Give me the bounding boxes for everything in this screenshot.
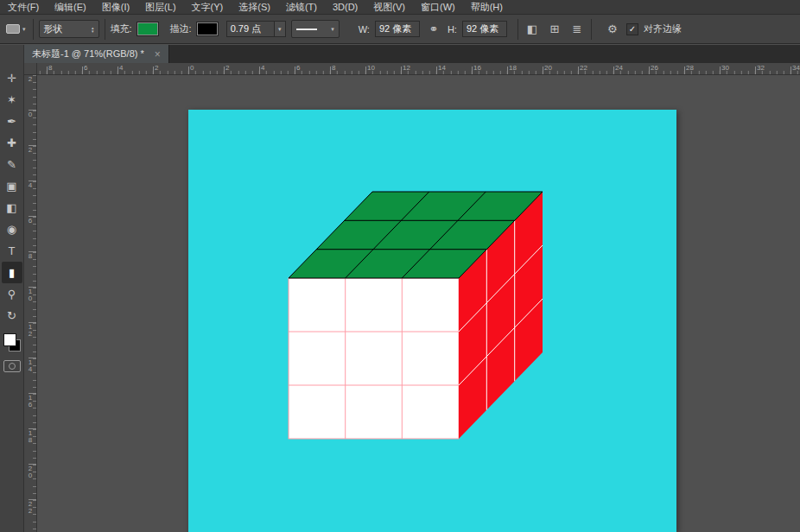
menu-item-9[interactable]: 视图(V): [365, 1, 413, 14]
stroke-label: 描边:: [170, 22, 192, 35]
tool-mode-value: 形状: [44, 22, 63, 35]
ruler-v-label: 4: [26, 182, 35, 189]
ruler-h-label: 4: [119, 64, 123, 72]
ruler-h-label: 18: [509, 64, 517, 72]
menu-item-1[interactable]: 文件(F): [0, 1, 47, 14]
zoom-tool[interactable]: ⚲: [2, 283, 22, 305]
ruler-corner: [24, 63, 37, 75]
document-tab[interactable]: 未标题-1 @ 71%(RGB/8) * ×: [24, 45, 169, 63]
ruler-h-label: 26: [651, 64, 658, 72]
ruler-h-tick: [330, 66, 331, 74]
menu-item-4[interactable]: 图层(L): [137, 1, 183, 14]
stroke-width-dropdown[interactable]: ▾: [275, 21, 286, 37]
paint-bucket-tool[interactable]: ◧: [2, 197, 22, 218]
ruler-h-label: 24: [615, 64, 623, 72]
ruler-v-label: 2 0: [26, 466, 35, 479]
fill-label: 填充:: [111, 22, 132, 35]
ruler-h-label: 32: [757, 64, 765, 72]
menu-item-11[interactable]: 帮助(H): [463, 1, 511, 14]
ruler-v-label: 6: [26, 218, 35, 225]
stroke-style-select[interactable]: ▾: [291, 20, 340, 38]
chevron-down-icon: ▾: [331, 26, 334, 33]
ruler-v-label: 0: [26, 111, 35, 118]
width-input[interactable]: 92 像素: [375, 21, 420, 37]
tool-bar: ✛✶✒✚✎▣◧◉T▮⚲↻: [0, 45, 24, 532]
ruler-v-label: 2: [26, 76, 35, 83]
divider: [591, 19, 592, 40]
close-icon[interactable]: ×: [155, 48, 161, 60]
magic-wand-tool[interactable]: ✶: [2, 89, 22, 111]
tool-preset-dropdown[interactable]: ▾: [4, 24, 28, 34]
blur-tool[interactable]: ◉: [2, 218, 22, 240]
tool-mode-select[interactable]: 形状 ▴ ▾: [39, 20, 99, 38]
eyedropper-tool[interactable]: ✒: [2, 111, 22, 132]
brush-tool[interactable]: ✎: [2, 154, 22, 175]
menu-item-3[interactable]: 图像(I): [94, 1, 137, 14]
healing-brush-tool[interactable]: ✚: [2, 132, 22, 154]
color-swatches[interactable]: [3, 333, 21, 352]
height-label: H:: [448, 24, 457, 35]
stroke-swatch[interactable]: [197, 22, 218, 35]
path-operations-icon[interactable]: ◧: [524, 21, 541, 38]
photoshop-window: 文件(F)编辑(E)图像(I)图层(L)文字(Y)选择(S)滤镜(T)3D(D)…: [0, 0, 800, 532]
move-tool[interactable]: ✛: [2, 67, 22, 89]
path-alignment-icon[interactable]: ⊞: [546, 21, 563, 38]
tool-list: ✛✶✒✚✎▣◧◉T▮⚲↻: [2, 67, 22, 326]
menu-item-6[interactable]: 选择(S): [231, 1, 278, 14]
rectangle-tool-icon: [6, 24, 20, 34]
tab-bar: 未标题-1 @ 71%(RGB/8) * ×: [24, 45, 800, 63]
rubiks-cube-shape: [188, 110, 676, 532]
align-edges-checkbox[interactable]: ✓: [626, 23, 638, 35]
menu-item-10[interactable]: 窗口(W): [413, 1, 463, 14]
ruler-h-tick: [259, 66, 260, 74]
ruler-h-tick: [507, 66, 508, 74]
ruler-h-label: 20: [544, 64, 552, 72]
ruler-v-label: 1 0: [26, 288, 35, 302]
ruler-h-tick: [755, 66, 756, 74]
foreground-color-swatch[interactable]: [3, 333, 16, 346]
ruler-h-label: 8: [332, 64, 335, 72]
menu-item-8[interactable]: 3D(D): [325, 2, 365, 12]
ruler-h-label: 2: [155, 64, 158, 72]
canvas[interactable]: [188, 110, 676, 532]
ruler-h-label: 2: [225, 64, 229, 72]
combo-arrows-icon: ▴ ▾: [92, 26, 94, 33]
type-tool[interactable]: T: [2, 240, 22, 262]
cube-front-face: [289, 278, 459, 439]
ruler-h-tick: [684, 66, 685, 74]
quick-mask-button[interactable]: [3, 360, 21, 372]
link-dimensions-icon[interactable]: ⚭: [425, 21, 442, 38]
ruler-h-label: 22: [580, 64, 587, 72]
ruler-v-label: 1 6: [26, 395, 35, 408]
menu-item-2[interactable]: 编辑(E): [47, 1, 94, 14]
ruler-h-tick: [401, 66, 402, 74]
ruler-horizontal: 86420246810121416182022242628303234: [37, 63, 800, 75]
rectangle-tool[interactable]: ▮: [2, 262, 22, 283]
ruler-h-tick: [790, 66, 791, 74]
ruler-h-tick: [578, 66, 579, 74]
rotate-view-tool[interactable]: ↻: [2, 305, 22, 326]
ruler-v-label: 8: [26, 253, 35, 260]
stroke-width-value: 0.79 点: [231, 22, 261, 35]
divider: [33, 19, 34, 40]
document-tab-title: 未标题-1 @ 71%(RGB/8) *: [32, 48, 144, 60]
solid-line-icon: [296, 28, 317, 30]
ruler-h-tick: [365, 66, 366, 74]
stroke-width-input[interactable]: 0.79 点: [226, 21, 275, 37]
ruler-h-tick: [153, 66, 154, 74]
menu-item-5[interactable]: 文字(Y): [184, 1, 232, 14]
document-viewport: [37, 75, 800, 532]
fill-swatch[interactable]: [137, 22, 158, 35]
ruler-h-tick: [720, 66, 721, 74]
ruler-v-label: 1 4: [26, 359, 35, 373]
menu-item-7[interactable]: 滤镜(T): [278, 1, 325, 14]
ruler-h-tick: [188, 66, 189, 74]
ruler-h-tick: [472, 66, 473, 74]
gear-icon[interactable]: ⚙: [604, 21, 621, 38]
path-arrange-icon[interactable]: ≣: [568, 21, 586, 38]
height-input[interactable]: 92 像素: [462, 21, 507, 37]
ruler-h-tick: [82, 66, 83, 74]
ruler-h-label: 0: [190, 64, 194, 72]
clone-stamp-tool[interactable]: ▣: [2, 175, 22, 197]
ruler-h-tick: [436, 66, 437, 74]
